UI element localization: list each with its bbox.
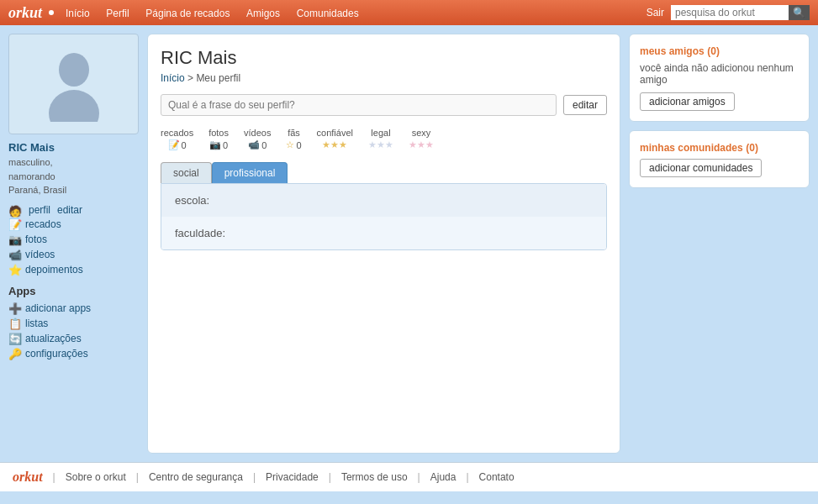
fotos-icon: 📷 (8, 234, 22, 246)
stats-row: recados 📝 0 fotos 📷 0 vídeos 📹 0 (161, 128, 607, 150)
footer-sep-4: | (418, 471, 420, 483)
stat-sexy: sexy ★★★ (409, 128, 434, 150)
apps-label: Apps (8, 285, 139, 297)
listas-link[interactable]: 📋 listas (8, 318, 139, 330)
fotos-value: 📷 0 (209, 139, 228, 150)
videos-label: vídeos (244, 128, 271, 138)
videos-value: 📹 0 (248, 139, 267, 150)
depoimentos-link[interactable]: ⭐ depoimentos (8, 264, 139, 276)
table-row: escola: (161, 184, 606, 217)
tab-profissional[interactable]: profissional (212, 162, 288, 183)
svg-point-0 (59, 53, 89, 87)
fotos-label: fotos (208, 128, 229, 138)
confiavel-label: confiável (317, 128, 353, 138)
sexy-label: sexy (412, 128, 431, 138)
stat-recados: recados 📝 0 (161, 128, 193, 150)
breadcrumb-current: Meu perfil (196, 72, 240, 84)
footer-sobre[interactable]: Sobre o orkut (66, 471, 126, 483)
search-box: 🔍 (671, 5, 810, 20)
recados-link[interactable]: 📝 recados (8, 218, 139, 231)
footer-sep-1: | (136, 471, 139, 483)
configuracoes-icon: 🔑 (8, 348, 22, 360)
fas-icon: ☆ (286, 139, 294, 150)
videos-icon: 📹 (248, 139, 260, 150)
friends-empty-msg: você ainda não adicionou nenhum amigo (640, 62, 799, 86)
recados-icon: 📝 (8, 218, 22, 231)
nav-pagina-recados[interactable]: Página de recados (145, 8, 230, 19)
sexy-stars: ★★★ (409, 139, 434, 150)
friends-card: meus amigos (0) você ainda não adicionou… (629, 34, 810, 122)
apps-section: Apps ➕ adicionar apps 📋 listas 🔄 atualiz… (8, 285, 139, 360)
stat-fotos: fotos 📷 0 (208, 128, 229, 150)
communities-card: minhas comunidades (0) adicionar comunid… (629, 130, 810, 188)
atualizacoes-link[interactable]: 🔄 atualizações (8, 333, 139, 345)
avatar-icon (40, 46, 108, 122)
communities-title: minhas comunidades (0) (640, 141, 799, 154)
nav-inicio[interactable]: Início (66, 8, 90, 19)
communities-count: (0) (746, 142, 758, 154)
recados-icon: 📝 (168, 139, 180, 150)
top-navigation: orkut Início Perfil Página de recados Am… (0, 0, 818, 25)
breadcrumb-separator: > (187, 72, 196, 84)
svg-point-1 (49, 90, 99, 122)
escola-label: escola: (175, 194, 259, 207)
stat-confiavel: confiável ★★★ (317, 128, 353, 150)
phrase-row: editar (161, 94, 607, 116)
main-layout: RIC Mais masculino, namorando Paraná, Br… (0, 25, 818, 462)
editar-link[interactable]: editar (57, 204, 82, 216)
sair-link[interactable]: Sair (646, 7, 664, 18)
add-friends-button[interactable]: adicionar amigos (640, 92, 735, 111)
tab-social[interactable]: social (161, 162, 212, 183)
footer: orkut | Sobre o orkut | Centro de segura… (0, 462, 818, 491)
videos-icon: 📹 (8, 249, 22, 261)
stat-legal: legal ★★★ (368, 128, 393, 150)
footer-logo: orkut (13, 470, 43, 485)
sidebar-links: 🧑 perfil editar 📝 recados 📷 fotos 📹 víde… (8, 204, 139, 276)
nav-perfil[interactable]: Perfil (106, 8, 129, 19)
listas-icon: 📋 (8, 318, 22, 330)
fotos-icon: 📷 (209, 139, 221, 150)
configuracoes-link[interactable]: 🔑 configurações (8, 348, 139, 360)
breadcrumb: Início > Meu perfil (161, 72, 607, 84)
search-input[interactable] (671, 5, 789, 20)
sidebar-info: masculino, namorando Paraná, Brasil (8, 155, 139, 197)
perfil-icon: 🧑 (8, 205, 22, 218)
stat-fas: fãs ☆ 0 (286, 128, 301, 150)
edit-phrase-button[interactable]: editar (563, 95, 607, 115)
logo-dot (49, 10, 54, 15)
footer-seguranca[interactable]: Centro de segurança (149, 471, 243, 483)
profile-table: escola: faculdade: (161, 183, 607, 250)
stat-videos: vídeos 📹 0 (244, 128, 271, 150)
main-profile: RIC Mais Início > Meu perfil editar reca… (147, 34, 620, 454)
phrase-input[interactable] (161, 94, 557, 116)
videos-link[interactable]: 📹 vídeos (8, 249, 139, 261)
friends-count: (0) (707, 45, 720, 57)
right-panel: meus amigos (0) você ainda não adicionou… (629, 34, 810, 454)
friends-title: meus amigos (0) (640, 45, 799, 57)
perfil-row: 🧑 perfil editar (8, 204, 139, 218)
footer-privacidade[interactable]: Privacidade (266, 471, 319, 483)
recados-value: 📝 0 (168, 139, 187, 150)
footer-ajuda[interactable]: Ajuda (430, 471, 456, 483)
table-row: faculdade: (161, 217, 606, 249)
legal-stars: ★★★ (368, 139, 393, 150)
nav-comunidades[interactable]: Comunidades (297, 8, 359, 19)
footer-sep-0: | (53, 471, 55, 483)
fotos-link[interactable]: 📷 fotos (8, 234, 139, 246)
footer-termos[interactable]: Termos de uso (341, 471, 408, 483)
legal-label: legal (371, 128, 390, 138)
fas-value: ☆ 0 (286, 139, 301, 150)
footer-contato[interactable]: Contato (479, 471, 515, 483)
profile-tabs: social profissional (161, 162, 607, 183)
search-button[interactable]: 🔍 (789, 5, 810, 20)
top-nav-links: Início Perfil Página de recados Amigos C… (59, 7, 366, 19)
add-communities-button[interactable]: adicionar comunidades (640, 159, 762, 177)
confiavel-stars: ★★★ (322, 139, 347, 150)
nav-amigos[interactable]: Amigos (246, 8, 280, 19)
breadcrumb-inicio[interactable]: Início (161, 72, 185, 84)
footer-sep-2: | (253, 471, 256, 483)
add-apps-link[interactable]: ➕ adicionar apps (8, 302, 139, 315)
perfil-link[interactable]: perfil (29, 204, 50, 216)
footer-sep-5: | (466, 471, 468, 483)
recados-label: recados (161, 128, 193, 138)
